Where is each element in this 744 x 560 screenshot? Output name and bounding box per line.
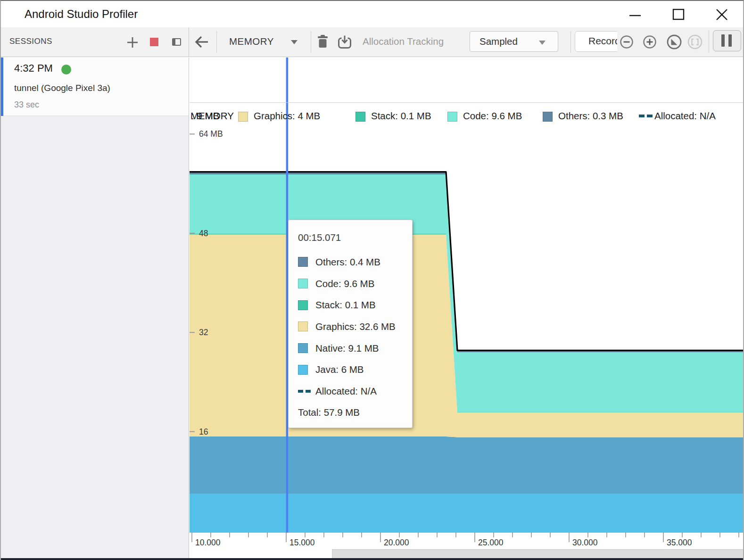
session-selected-accent (1, 58, 3, 116)
legend-item-label: Graphics: 4 MB (254, 110, 320, 122)
legend-swatch (543, 112, 553, 122)
tooltip-row-label: Allocated: N/A (315, 386, 377, 397)
tooltip-swatch (298, 365, 308, 375)
tooltip-row-label: Java: 6 MB (315, 364, 364, 375)
x-axis-major-tick (286, 533, 287, 542)
x-axis-minor-tick (493, 533, 494, 537)
tooltip-row-label: Graphics: 32.6 MB (315, 321, 396, 332)
tooltip-swatch (298, 257, 308, 267)
window-title: Android Studio Profiler (25, 8, 138, 21)
legend-separator (190, 102, 744, 103)
toolbar-separator (311, 31, 311, 53)
collapse-panel-button[interactable] (172, 38, 181, 46)
timeline-scrollbar (190, 549, 744, 559)
toolbar-separator (709, 30, 709, 53)
pause-icon (713, 31, 740, 50)
memory-stacked-area-chart[interactable]: 64 MB483216 (190, 58, 744, 533)
legend-swatch (447, 112, 457, 122)
legend-item-label: Code: 9.6 MB (463, 110, 522, 122)
frame-selection-button[interactable] (687, 34, 703, 52)
area-series-native (190, 436, 744, 494)
x-axis-minor-tick (738, 533, 739, 537)
allocation-tracking-label: Allocation Tracking (363, 36, 444, 47)
session-time: 4:32 PM (14, 62, 53, 74)
header-row: SESSIONS MEM (1, 27, 743, 57)
stop-icon (150, 38, 158, 46)
frame-selection-icon (687, 34, 703, 50)
x-axis-minor-tick (418, 533, 419, 537)
zoom-out-button[interactable] (620, 35, 634, 51)
back-arrow-icon (193, 33, 211, 50)
maximize-button[interactable] (663, 1, 694, 27)
x-axis-minor-tick (455, 533, 456, 537)
legend-swatch (355, 112, 365, 122)
tooltip-row-label: Stack: 0.1 MB (315, 299, 376, 311)
tooltip-row: Native: 9.1 MB (298, 338, 408, 359)
sessions-header-label: SESSIONS (9, 37, 52, 46)
stage-overlay-label: MEMORY (190, 110, 234, 122)
stage-label: MEMORY (229, 36, 274, 47)
x-axis-minor-tick (361, 533, 362, 537)
pause-live-button[interactable] (713, 30, 741, 51)
x-axis-minor-tick (305, 533, 306, 537)
add-session-button[interactable] (126, 36, 139, 50)
x-axis-major-tick (380, 533, 381, 542)
stage-selector[interactable]: MEMORY (229, 27, 312, 57)
sampled-dropdown[interactable]: Sampled (470, 31, 558, 52)
toolbar-separator (216, 31, 217, 53)
collapse-panel-icon (172, 38, 181, 46)
session-device: tunnel (Google Pixel 3a) (14, 83, 110, 93)
x-axis-minor-tick (531, 533, 532, 537)
x-axis-tick-label: 30.000 (572, 538, 598, 548)
export-capture-button[interactable] (337, 34, 352, 51)
y-axis-tick-label: 48 (199, 229, 208, 238)
legend-item-label: Allocated: N/A (654, 110, 716, 122)
session-live-dot (61, 65, 71, 74)
gc-trash-button[interactable] (316, 34, 330, 50)
x-axis-minor-tick (512, 533, 513, 537)
x-axis: 10.00015.00020.00025.00030.00035.000 (190, 533, 744, 549)
stop-session-button[interactable] (150, 38, 158, 46)
reset-zoom-icon (666, 34, 682, 50)
chart-tooltip: 00:15.071 Others: 0.4 MBCode: 9.6 MBStac… (288, 220, 413, 428)
x-axis-major-tick (569, 533, 570, 542)
plus-icon (126, 36, 139, 49)
zoom-controls-panel (617, 27, 744, 57)
sampled-value: Sampled (479, 36, 518, 47)
x-axis-minor-tick (701, 533, 702, 537)
toolbar-separator (570, 31, 571, 53)
session-entry[interactable]: 4:32 PM tunnel (Google Pixel 3a) 33 sec (1, 58, 189, 116)
x-axis-minor-tick (625, 533, 626, 537)
legend-dash-swatch (639, 115, 653, 117)
window-bottom-edge (1, 558, 743, 560)
scrollbar-thumb[interactable] (332, 549, 744, 559)
x-axis-minor-tick (719, 533, 720, 537)
zoom-in-icon (643, 35, 657, 49)
tooltip-row-label: Native: 9.1 MB (315, 343, 379, 354)
tooltip-row-label: Code: 9.6 MB (315, 278, 374, 289)
reset-zoom-button[interactable] (666, 34, 682, 52)
x-axis-minor-tick (267, 533, 268, 537)
tooltip-row: Allocated: N/A (298, 380, 408, 402)
tooltip-rows: Others: 0.4 MBCode: 9.6 MBStack: 0.1 MBG… (298, 251, 408, 402)
session-duration: 33 sec (14, 100, 39, 110)
x-axis-minor-tick (437, 533, 438, 537)
record-label: Record (588, 35, 620, 47)
chevron-down-icon (291, 40, 298, 44)
tooltip-row: Java: 6 MB (298, 359, 408, 380)
y-axis-tick-label: 32 (199, 328, 208, 337)
x-axis-minor-tick (210, 533, 211, 537)
zoom-in-button[interactable] (643, 35, 657, 51)
toolbar: MEMORY Allocation Tracking (189, 27, 743, 57)
tooltip-row: Graphics: 32.6 MB (298, 316, 408, 338)
x-axis-minor-tick (587, 533, 588, 537)
tooltip-row: Others: 0.4 MB (298, 251, 408, 273)
close-button[interactable] (706, 1, 737, 27)
trash-icon (316, 34, 330, 49)
x-axis-major-tick (663, 533, 664, 542)
minimize-button[interactable] (620, 1, 651, 27)
back-button[interactable] (193, 33, 211, 52)
x-axis-minor-tick (229, 533, 230, 537)
tooltip-swatch (298, 300, 308, 310)
y-axis-tick-label: 16 (199, 427, 208, 436)
